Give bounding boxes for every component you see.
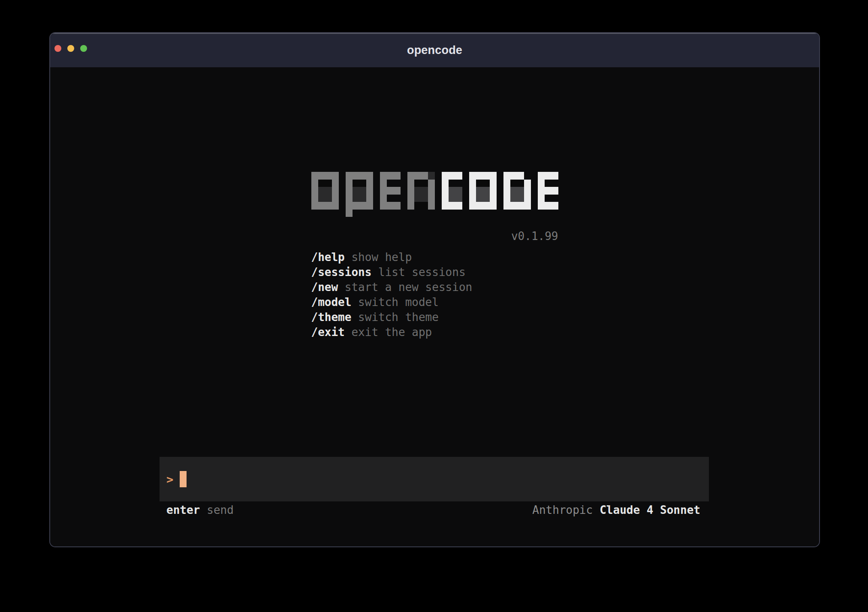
command-row: /help show help [311,250,558,265]
command-name: /theme [311,311,352,324]
text-cursor [180,471,187,487]
window-title: opencode [50,33,819,67]
send-action-label: send [207,504,234,516]
command-description: show help [345,251,412,264]
command-name: /sessions [311,266,372,279]
logo-letter-c [442,172,462,217]
opencode-logo [311,172,558,217]
command-description: switch model [351,296,439,309]
model-label: Claude 4 Sonnet [600,504,700,516]
command-name: /new [311,281,338,294]
app-window: opencode v0.1.99 /help show help/session… [49,32,820,547]
command-name: /help [311,251,345,264]
command-description: list sessions [371,266,465,279]
provider-label: Anthropic [532,504,593,516]
command-row: /model switch model [311,295,558,310]
window-titlebar: opencode [50,33,819,67]
command-description: exit the app [345,326,432,339]
logo-letter-d [503,172,531,217]
prompt-input[interactable]: > [160,457,709,501]
logo-letter-o [311,172,339,217]
command-name: /model [311,296,352,309]
status-model: AnthropicClaude 4 Sonnet [532,504,700,516]
logo-letter-p [346,172,373,217]
command-description: start a new session [338,281,472,294]
command-list: /help show help/sessions list sessions/n… [311,250,558,340]
desktop: { "window": { "title": "opencode", "traf… [0,0,868,612]
command-name: /exit [311,326,345,339]
status-bar: entersend AnthropicClaude 4 Sonnet [166,503,700,517]
command-row: /theme switch theme [311,310,558,325]
logo-letter-e [380,172,401,217]
status-left: entersend [166,504,234,516]
command-description: switch theme [351,311,439,324]
hero-block: v0.1.99 /help show help/sessions list se… [311,172,558,340]
enter-key-hint: enter [166,504,200,516]
command-row: /new start a new session [311,280,558,295]
logo-letter-e [538,172,558,217]
command-row: /exit exit the app [311,325,558,340]
logo-letter-o [469,172,497,217]
prompt-symbol: > [166,473,173,486]
version-label: v0.1.99 [311,230,558,243]
logo-letter-n [407,172,435,217]
terminal-content: v0.1.99 /help show help/sessions list se… [50,67,819,546]
command-row: /sessions list sessions [311,265,558,280]
